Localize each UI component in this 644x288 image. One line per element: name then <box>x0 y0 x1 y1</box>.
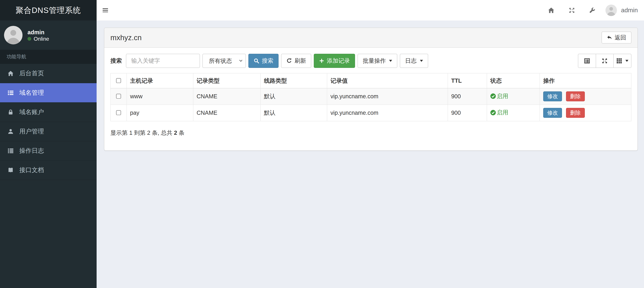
sidebar-item-dashboard[interactable]: 后台首页 <box>0 64 96 83</box>
log-dropdown-label: 日志 <box>405 57 416 65</box>
delete-button[interactable]: 删除 <box>566 108 585 118</box>
wrench-icon[interactable] <box>585 3 600 18</box>
user-info: admin Online <box>28 28 49 42</box>
nav-section-header: 功能导航 <box>0 50 96 64</box>
user-status: Online <box>28 36 49 42</box>
sidebar: 聚合DNS管理系统 admin Online 功能导航 后台首页 域名管理 <box>0 0 96 288</box>
sidebar-item-label: 接口文档 <box>19 166 44 174</box>
column-header-line: 线路类型 <box>260 73 327 88</box>
caret-down-icon <box>626 60 628 62</box>
online-label: Online <box>34 36 49 42</box>
avatar <box>606 5 617 16</box>
back-button[interactable]: 返回 <box>602 32 632 44</box>
column-header-actions: 操作 <box>540 73 631 88</box>
user-icon <box>6 128 15 134</box>
sidebar-item-label: 域名管理 <box>19 89 44 97</box>
sidebar-item-operation-log[interactable]: 操作日志 <box>0 141 96 161</box>
sidebar-item-label: 操作日志 <box>19 147 44 155</box>
app-logo[interactable]: 聚合DNS管理系统 <box>0 0 96 21</box>
check-circle-icon <box>490 110 496 115</box>
columns-dropdown-button[interactable] <box>613 54 632 68</box>
column-header-type: 记录类型 <box>193 73 260 88</box>
plus-icon <box>319 58 324 64</box>
add-record-button[interactable]: 添加记录 <box>314 54 355 68</box>
columns-grid-icon <box>616 58 622 64</box>
home-icon[interactable] <box>544 3 559 18</box>
sidebar-username: admin <box>28 29 44 36</box>
status-filter: 所有状态 <box>202 54 246 68</box>
table-row: pay CNAME 默认 vip.yuncname.com 900 启用 <box>110 105 631 121</box>
navbar-username: admin <box>621 7 638 14</box>
refresh-button[interactable]: 刷新 <box>281 54 311 68</box>
table-row: www CNAME 默认 vip.yuncname.com 900 启用 <box>110 88 631 105</box>
table-fullscreen-button[interactable] <box>596 54 614 68</box>
column-header-ttl: TTL <box>448 73 487 88</box>
cell-host: pay <box>126 105 193 121</box>
content-area: mxhyz.cn 返回 搜索 所有状态 <box>96 21 644 288</box>
reply-icon <box>607 35 612 40</box>
row-checkbox[interactable] <box>116 94 121 99</box>
sidebar-nav: 后台首页 域名管理 域名账户 用户管理 操作日志 接口文档 <box>0 64 96 180</box>
search-icon <box>254 58 259 64</box>
table-view-button-group <box>578 54 631 68</box>
sidebar-item-domain-manage[interactable]: 域名管理 <box>0 83 96 102</box>
status-filter-select[interactable]: 所有状态 <box>202 54 246 68</box>
top-navbar: admin <box>96 0 644 21</box>
card-view-button[interactable] <box>578 54 596 68</box>
sidebar-item-domain-account[interactable]: 域名账户 <box>0 103 96 122</box>
edit-button[interactable]: 修改 <box>543 91 562 101</box>
toolbar: 搜索 所有状态 搜索 <box>110 54 631 68</box>
cell-ttl: 900 <box>448 105 487 121</box>
refresh-button-label: 刷新 <box>294 57 306 65</box>
cell-type: CNAME <box>193 105 260 121</box>
online-dot-icon <box>28 37 31 41</box>
app-title: 聚合DNS管理系统 <box>16 5 81 16</box>
cell-line: 默认 <box>260 105 327 121</box>
search-input[interactable] <box>126 54 200 68</box>
navbar-right: admin <box>544 3 638 18</box>
cell-value: vip.yuncname.com <box>327 105 448 121</box>
card-view-icon <box>584 58 590 64</box>
th-list-icon <box>6 90 15 96</box>
edit-button[interactable]: 修改 <box>543 108 562 118</box>
caret-down-icon <box>420 60 423 62</box>
select-all-checkbox[interactable] <box>116 78 121 83</box>
records-table: 主机记录 记录类型 线路类型 记录值 TTL 状态 操作 <box>110 73 631 121</box>
book-icon <box>6 167 15 173</box>
status-badge: 启用 <box>490 109 508 116</box>
column-header-status: 状态 <box>487 73 540 88</box>
panel-body: 搜索 所有状态 搜索 <box>104 48 638 150</box>
main-area: admin mxhyz.cn 返回 搜索 <box>96 0 644 288</box>
refresh-icon <box>286 58 292 64</box>
batch-actions-label: 批量操作 <box>363 57 386 65</box>
column-header-value: 记录值 <box>327 73 448 88</box>
app-screen: 聚合DNS管理系统 admin Online 功能导航 后台首页 域名管理 <box>0 0 644 288</box>
caret-down-icon <box>389 60 392 62</box>
user-avatar <box>4 26 22 44</box>
cell-ttl: 900 <box>448 88 487 105</box>
sidebar-item-user-manage[interactable]: 用户管理 <box>0 122 96 141</box>
list-icon <box>6 148 15 154</box>
row-checkbox[interactable] <box>116 110 121 116</box>
column-header-host: 主机记录 <box>126 73 193 88</box>
sidebar-item-label: 域名账户 <box>19 108 44 116</box>
pagination-summary: 显示第 1 到第 2 条, 总共 2 条 <box>110 129 631 137</box>
sidebar-item-label: 后台首页 <box>19 69 44 77</box>
delete-button[interactable]: 删除 <box>566 91 585 101</box>
cell-host: www <box>126 88 193 105</box>
sidebar-item-api-doc[interactable]: 接口文档 <box>0 161 96 180</box>
search-button-label: 搜索 <box>262 57 273 65</box>
fullscreen-icon[interactable] <box>564 3 579 18</box>
search-label: 搜索 <box>110 57 122 65</box>
check-circle-icon <box>490 93 496 99</box>
log-dropdown[interactable]: 日志 <box>400 54 428 68</box>
batch-actions-dropdown[interactable]: 批量操作 <box>358 54 397 68</box>
status-badge: 启用 <box>490 92 508 100</box>
sidebar-toggle-button[interactable] <box>103 4 115 16</box>
fullscreen-icon <box>602 58 608 64</box>
sidebar-user-panel: admin Online <box>0 21 96 50</box>
home-icon <box>6 70 15 77</box>
search-button[interactable]: 搜索 <box>248 54 278 68</box>
back-button-label: 返回 <box>615 34 626 42</box>
navbar-user-menu[interactable]: admin <box>606 5 638 16</box>
